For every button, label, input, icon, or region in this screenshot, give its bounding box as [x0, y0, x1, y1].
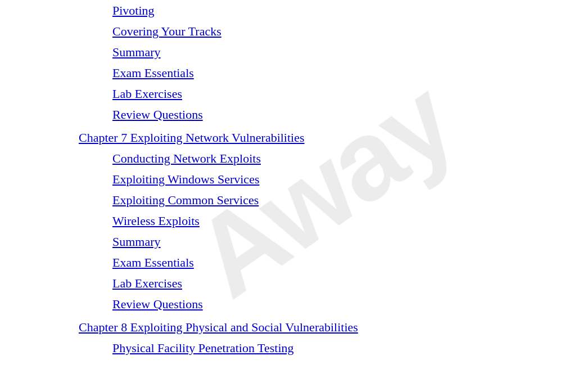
toc-list: Pivoting Covering Your Tracks Summary Ex…: [0, 0, 588, 358]
toc-link-wireless-exploits[interactable]: Wireless Exploits: [112, 214, 200, 228]
list-item: Covering Your Tracks: [0, 21, 588, 42]
list-item: Exam Essentials: [0, 62, 588, 83]
page-content: Pivoting Covering Your Tracks Summary Ex…: [0, 0, 588, 358]
list-item: Chapter 8 Exploiting Physical and Social…: [0, 314, 588, 338]
toc-link-physical-facility[interactable]: Physical Facility Penetration Testing: [112, 341, 294, 355]
toc-link-review-questions-2[interactable]: Review Questions: [112, 297, 203, 311]
toc-link-pivoting[interactable]: Pivoting: [112, 3, 155, 17]
list-item: Lab Exercises: [0, 83, 588, 104]
toc-link-exam-essentials-2[interactable]: Exam Essentials: [112, 255, 194, 269]
toc-link-exploiting-common-services[interactable]: Exploiting Common Services: [112, 193, 259, 207]
toc-link-summary-1[interactable]: Summary: [112, 45, 161, 59]
toc-link-chapter-7[interactable]: Chapter 7 Exploiting Network Vulnerabili…: [79, 130, 305, 145]
list-item: Chapter 7 Exploiting Network Vulnerabili…: [0, 125, 588, 148]
list-item: Pivoting: [0, 0, 588, 21]
list-item: Wireless Exploits: [0, 210, 588, 231]
list-item: Summary: [0, 42, 588, 62]
toc-link-summary-2[interactable]: Summary: [112, 235, 161, 249]
list-item: Physical Facility Penetration Testing: [0, 338, 588, 358]
list-item: Review Questions: [0, 104, 588, 125]
list-item: Lab Exercises: [0, 273, 588, 294]
toc-link-covering-your-tracks[interactable]: Covering Your Tracks: [112, 24, 221, 38]
toc-link-exploiting-windows-services[interactable]: Exploiting Windows Services: [112, 172, 259, 186]
list-item: Conducting Network Exploits: [0, 148, 588, 169]
toc-link-lab-exercises-2[interactable]: Lab Exercises: [112, 276, 182, 290]
list-item: Exploiting Common Services: [0, 190, 588, 210]
list-item: Exam Essentials: [0, 252, 588, 273]
toc-link-exam-essentials-1[interactable]: Exam Essentials: [112, 66, 194, 80]
list-item: Exploiting Windows Services: [0, 169, 588, 190]
list-item: Summary: [0, 231, 588, 252]
list-item: Review Questions: [0, 294, 588, 314]
toc-link-lab-exercises-1[interactable]: Lab Exercises: [112, 87, 182, 101]
toc-link-chapter-8[interactable]: Chapter 8 Exploiting Physical and Social…: [79, 320, 358, 334]
toc-link-review-questions-1[interactable]: Review Questions: [112, 107, 203, 122]
toc-link-conducting-network-exploits[interactable]: Conducting Network Exploits: [112, 151, 261, 165]
